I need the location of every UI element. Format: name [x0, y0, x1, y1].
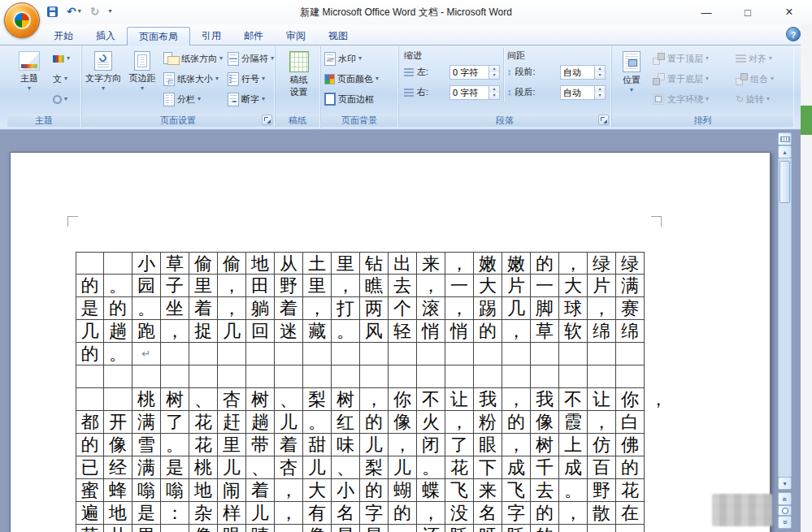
grid-cell[interactable]: 开 [104, 411, 132, 434]
grid-cell[interactable] [502, 343, 531, 365]
grid-cell[interactable]: 地 [246, 252, 275, 275]
grid-cell[interactable]: 飞 [445, 479, 474, 502]
grid-cell[interactable]: 蝶 [417, 479, 445, 502]
grid-cell[interactable]: 不 [559, 388, 588, 411]
paper-group-label[interactable]: 稿纸 [276, 114, 319, 127]
grid-cell[interactable]: 。 [132, 297, 161, 320]
grid-cell[interactable]: 了 [161, 411, 189, 434]
page-setup-group-label[interactable]: 页面设置 [82, 114, 274, 127]
grid-cell[interactable]: 着 [246, 479, 275, 502]
grid-cell[interactable]: 的 [360, 411, 389, 434]
text-wrapping-button[interactable]: 文字环绕▾ [651, 90, 732, 108]
grid-cell[interactable] [161, 365, 189, 388]
grid-cell[interactable]: 霞 [559, 411, 588, 434]
grid-cell[interactable]: 像 [189, 525, 218, 532]
grid-cell[interactable]: 。 [104, 275, 132, 297]
paper-size-button[interactable]: 纸张大小▾ [162, 70, 224, 88]
grid-cell[interactable] [76, 365, 104, 388]
grid-cell[interactable]: 。 [332, 320, 360, 343]
grid-cell[interactable]: 花 [189, 434, 218, 456]
grid-cell[interactable] [360, 365, 389, 388]
grid-cell[interactable]: 草 [531, 320, 559, 343]
grid-cell[interactable]: 儿 [218, 456, 246, 479]
maximize-button[interactable]: □ [738, 6, 758, 19]
grid-cell[interactable]: 着 [275, 297, 303, 320]
grid-cell[interactable]: 你 [389, 388, 417, 411]
grid-cell[interactable]: 的 [389, 502, 417, 525]
grid-cell[interactable]: 着 [189, 297, 218, 320]
grid-cell[interactable]: 风 [360, 320, 389, 343]
grid-cell[interactable]: ， [389, 525, 417, 532]
grid-cell[interactable]: 千 [531, 456, 559, 479]
grid-cell[interactable]: 赛 [616, 297, 645, 320]
grid-cell[interactable]: 儿 [360, 434, 389, 456]
undo-button[interactable]: ↶▾ [65, 4, 83, 19]
grid-cell[interactable]: ， [588, 297, 616, 320]
page-borders-button[interactable]: 页面边框 [323, 90, 396, 108]
grid-cell[interactable] [445, 365, 474, 388]
grid-cell[interactable]: 土 [303, 252, 332, 275]
grid-cell[interactable]: 绵 [588, 320, 616, 343]
grid-cell[interactable] [104, 388, 132, 411]
grid-cell[interactable]: 像 [303, 525, 332, 532]
scroll-down-button[interactable]: ▼ [778, 477, 792, 490]
grid-cell[interactable]: 眼 [218, 525, 246, 532]
grid-cell[interactable]: 字 [502, 502, 531, 525]
grid-cell[interactable] [588, 365, 616, 388]
grid-cell[interactable]: 经 [104, 456, 132, 479]
grid-cell[interactable]: 赶 [218, 411, 246, 434]
grid-cell[interactable]: 闭 [417, 434, 445, 456]
grid-cell[interactable]: 绿 [588, 252, 616, 275]
grid-cell[interactable]: ： [161, 502, 189, 525]
grid-cell[interactable]: ， [389, 434, 417, 456]
grid-cell[interactable]: 钻 [360, 252, 389, 275]
grid-cell[interactable] [360, 343, 389, 365]
grid-cell[interactable] [303, 365, 332, 388]
grid-cell[interactable]: 从 [275, 252, 303, 275]
grid-cell[interactable]: 出 [389, 252, 417, 275]
grid-cell[interactable]: 是 [161, 456, 189, 479]
grid-cell[interactable]: ， [303, 297, 332, 320]
scroll-up-button[interactable]: ▲ [778, 145, 792, 158]
grid-cell[interactable]: 坐 [161, 297, 189, 320]
help-button[interactable]: ? [786, 27, 801, 41]
grid-cell[interactable]: 散 [588, 502, 616, 525]
grid-cell[interactable]: 蝴 [389, 479, 417, 502]
grid-cell[interactable] [616, 525, 645, 532]
grid-cell[interactable]: 野 [588, 479, 616, 502]
grid-cell[interactable]: 大 [474, 275, 502, 297]
grid-cell[interactable]: 去 [389, 275, 417, 297]
grid-cell[interactable]: 闹 [218, 479, 246, 502]
position-button[interactable]: 位置 ▾ [614, 48, 649, 111]
grid-cell[interactable]: 里 [132, 525, 161, 532]
grid-cell[interactable] [275, 365, 303, 388]
grid-cell[interactable] [502, 365, 531, 388]
indent-left-input[interactable]: 0 字符 ▴▾ [449, 65, 500, 80]
grid-cell[interactable]: 上 [559, 434, 588, 456]
grid-cell[interactable]: 还 [417, 525, 445, 532]
grid-cell[interactable]: 甜 [303, 434, 332, 456]
grid-cell[interactable]: ， [445, 411, 474, 434]
grid-cell[interactable]: 跑 [132, 320, 161, 343]
grid-cell[interactable]: 飞 [502, 479, 531, 502]
rotate-button[interactable]: ↻旋转▾ [734, 90, 788, 108]
grid-cell[interactable]: 绿 [616, 252, 645, 275]
grid-cell[interactable]: 杏 [275, 456, 303, 479]
grid-cell[interactable]: ↵ [132, 343, 161, 365]
grid-cell[interactable]: ， [218, 297, 246, 320]
grid-cell[interactable]: 你 [616, 388, 645, 411]
grid-cell[interactable]: 的 [531, 525, 559, 532]
grid-cell[interactable]: 遍 [76, 502, 104, 525]
grid-cell[interactable]: 我 [474, 388, 502, 411]
grid-cell[interactable]: 的 [502, 411, 531, 434]
qat-customize-button[interactable]: ▾ [106, 4, 113, 19]
grid-cell[interactable]: 去 [531, 479, 559, 502]
scrollbar-thumb[interactable] [779, 161, 790, 203]
grid-cell[interactable]: 了 [445, 434, 474, 456]
grid-cell[interactable]: 成 [502, 456, 531, 479]
grid-cell[interactable]: 的 [76, 434, 104, 456]
grid-cell[interactable]: ， [218, 275, 246, 297]
spacing-after-spinner[interactable]: ▴▾ [594, 86, 605, 99]
grid-cell[interactable]: 瞧 [360, 275, 389, 297]
spin-up-icon[interactable]: ▴ [595, 86, 605, 93]
